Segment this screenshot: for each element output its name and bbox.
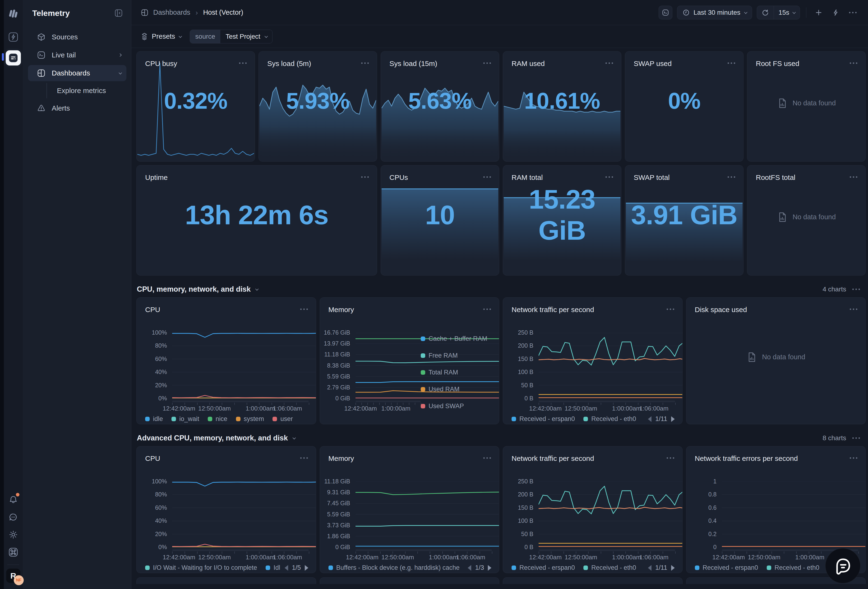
legend-item[interactable]: Received - erspan0 [512,415,575,423]
panel-menu-icon[interactable] [850,173,857,178]
legend-item[interactable]: Received - eth0 [583,564,636,571]
help-chat-fab[interactable] [825,548,861,583]
x-axis-track[interactable] [356,401,421,402]
x-axis-track[interactable] [172,549,309,551]
legend-item[interactable]: Received - eth0 [583,415,636,423]
pager-next-icon[interactable] [671,416,675,422]
legend-swatch [236,417,241,421]
pager-next-icon[interactable] [305,565,308,571]
time-range-button[interactable]: Last 30 minutes [677,6,752,19]
no-data-message: No data found [747,98,865,109]
more-options-button[interactable] [847,6,859,19]
legend-swatch [145,565,150,570]
legend-item[interactable]: idle [145,415,163,423]
legend-item[interactable]: user [273,415,293,423]
legend-label: Total RAM [428,369,458,376]
section-toggle[interactable]: CPU, memory, network, and disk [137,285,258,293]
add-panel-button[interactable] [812,6,825,19]
pager-prev-icon[interactable] [648,565,651,571]
panel-title: RAM used [512,59,545,68]
x-axis-tick: 1:00:00am [246,405,275,412]
shortcuts-command-icon[interactable] [6,545,21,560]
pager-prev-icon[interactable] [468,565,471,571]
legend-item[interactable]: Free RAM [421,352,492,359]
panel-menu-icon[interactable] [483,173,491,178]
legend-item[interactable]: Used RAM [421,386,492,393]
x-axis-track[interactable] [539,401,675,402]
breadcrumb-root[interactable]: Dashboards [153,9,190,16]
panel-menu-icon[interactable] [483,306,491,310]
legend-item[interactable]: I/O Wait - Waiting for I/O to complete [145,564,257,571]
feedback-chat-icon[interactable] [6,509,21,525]
panel-menu-icon[interactable] [361,173,369,178]
panel-menu-icon[interactable] [667,306,674,310]
legend-item[interactable]: Total RAM [421,369,492,376]
panel-menu-icon[interactable] [300,306,308,310]
section-menu-icon[interactable] [852,289,860,290]
panel-menu-icon[interactable] [850,454,857,459]
panel-menu-icon[interactable] [728,173,735,178]
legend-pager: 1/3 [463,564,492,571]
panel-menu-icon[interactable] [483,59,491,64]
panel-menu-icon[interactable] [361,59,369,64]
legend-item[interactable]: Received - erspan0 [695,564,758,571]
panel-title: CPU [145,306,160,314]
presets-button[interactable]: Presets [141,33,181,41]
legend-item[interactable]: Received - eth0 [767,564,819,571]
refresh-interval-button[interactable]: 15s [774,6,800,19]
panel-menu-icon[interactable] [300,454,308,459]
sidebar-item-live-tail[interactable]: Live tail [28,47,126,63]
panel-menu-icon[interactable] [850,59,857,64]
y-axis-tick: 250 B [503,478,533,485]
events-app-icon[interactable] [6,30,21,44]
sidebar-item-dashboards[interactable]: Dashboards [28,65,126,81]
terminal-view-button[interactable] [658,6,672,19]
y-axis-tick: 7.45 GiB [320,500,350,507]
pager-prev-icon[interactable] [648,416,651,422]
panel-menu-icon[interactable] [850,306,857,310]
panel-menu-icon[interactable] [239,59,247,64]
panel-menu-icon[interactable] [667,454,674,459]
x-axis-track[interactable] [172,401,309,402]
y-axis-tick: 8.38 GiB [320,362,350,369]
brand-logo-icon[interactable] [6,6,21,21]
avatar[interactable]: R NF [6,568,21,583]
panel-menu-icon[interactable] [483,454,491,459]
quick-actions-lightning-button[interactable] [830,6,842,19]
legend-item[interactable]: Used SWAP [421,403,492,410]
notifications-bell-icon[interactable] [6,492,21,507]
legend-item[interactable]: Received - erspan0 [512,564,575,571]
pager-next-icon[interactable] [488,565,492,571]
legend-item[interactable]: Buffers - Block device (e.g. harddisk) c… [328,564,460,571]
sidebar-collapse-icon[interactable] [113,7,124,19]
alert-triangle-icon [37,104,46,112]
section-toggle[interactable]: Advanced CPU, memory, network, and disk [137,434,295,442]
panel-menu-icon[interactable] [605,173,613,178]
stat-panel-swap-used: SWAP used0% [625,51,744,161]
legend-item[interactable]: nice [208,415,227,423]
no-data-label: No data found [793,213,836,221]
legend-item[interactable]: Cache + Buffer RAM [421,335,492,342]
x-axis-track[interactable] [539,549,675,551]
legend-item[interactable]: Idle [266,564,280,571]
section-menu-icon[interactable] [852,437,860,439]
legend-item[interactable]: io_wait [171,415,199,423]
source-filter-chip[interactable]: source Test Project [190,30,272,43]
panel-menu-icon[interactable] [605,59,613,64]
partial-panel [320,577,499,584]
chart-panel-network-traffic-per-second: Network traffic per second0 B50 B100 B15… [503,297,682,424]
pager-next-icon[interactable] [671,565,675,571]
refresh-button[interactable] [757,6,774,19]
panel-menu-icon[interactable] [728,59,735,64]
theme-sun-icon[interactable] [6,527,21,542]
legend-item[interactable]: system [236,415,264,423]
dashboards-grid-icon [37,69,46,77]
sidebar-item-alerts[interactable]: Alerts [28,100,126,116]
pager-prev-icon[interactable] [285,565,288,571]
chart-plot [356,481,499,547]
sidebar-item-explore-metrics[interactable]: Explore metrics [46,83,122,98]
x-axis-track[interactable] [356,549,492,551]
presets-label: Presets [152,33,175,40]
sidebar-item-sources[interactable]: Sources [28,29,126,45]
telemetry-app-icon[interactable] [6,50,21,65]
